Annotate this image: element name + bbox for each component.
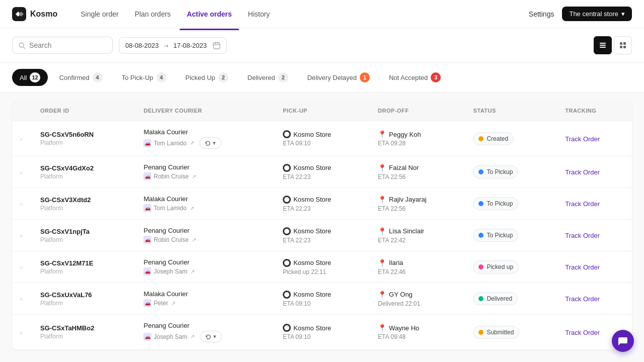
table-row: › SG-CSxV12M71E Platform Penang Courier … [12, 251, 632, 283]
status-label: To Pickup [487, 168, 513, 175]
courier-person: Joseph Sam [153, 333, 187, 340]
row-expand-cell[interactable]: › [12, 121, 32, 156]
order-id-cell: SG-CSxV1npjTa Platform [32, 220, 135, 251]
svg-rect-3 [213, 43, 220, 49]
row-expand-cell[interactable]: › [12, 283, 32, 315]
status-dot-icon [478, 169, 484, 174]
order-id-cell: SG-CSxV12M71E Platform [32, 251, 135, 283]
pickup-location: Kosmo Store [283, 227, 362, 235]
filter-confirmed-badge: 4 [93, 72, 103, 82]
brand-logo[interactable]: Kosmo [12, 7, 57, 21]
col-tracking: TRACKING [557, 101, 632, 121]
dropoff-location: 📍 Peggy Koh [378, 130, 457, 138]
search-box[interactable] [12, 37, 113, 54]
courier-external-link[interactable]: ↗ [192, 237, 196, 243]
order-id-cell: SG-CSxV4GdXo2 Platform [32, 156, 135, 188]
courier-external-link[interactable]: ↗ [190, 333, 195, 340]
filter-confirmed[interactable]: Confirmed 4 [52, 69, 110, 86]
nav-plan-orders[interactable]: Plan orders [128, 7, 178, 21]
pickup-cell: Kosmo Store ETA 09:10 [275, 121, 370, 156]
expand-icon[interactable]: › [20, 201, 22, 208]
store-selector[interactable]: The central store ▾ [562, 7, 632, 21]
track-order-link[interactable]: Track Order [565, 232, 600, 239]
expand-icon[interactable]: › [20, 232, 22, 239]
status-cell: Submitted [465, 315, 557, 350]
pickup-location: Kosmo Store [283, 130, 362, 138]
nav-history[interactable]: History [241, 7, 277, 21]
col-expand [12, 101, 32, 121]
order-type: Platform [40, 236, 127, 243]
nav-single-order[interactable]: Single order [73, 7, 126, 21]
track-order-link[interactable]: Track Order [565, 329, 600, 336]
courier-name: Malaka Courier [143, 290, 267, 298]
courier-external-link[interactable]: ↗ [192, 173, 196, 180]
status-badge: Picked up [473, 260, 519, 274]
nav-active-orders[interactable]: Active orders [180, 7, 238, 21]
filter-not-accepted[interactable]: Not Accepted 3 [381, 69, 448, 86]
nav-links: Single order Plan orders Active orders H… [73, 7, 529, 21]
dropoff-location: 📍 Faizal Nor [378, 164, 457, 172]
dropoff-cell: 📍 Lisa Sinclair ETA 22:42 [370, 220, 465, 251]
expand-icon[interactable]: › [20, 329, 22, 336]
filter-picked-up[interactable]: Picked Up 2 [178, 69, 236, 86]
track-order-link[interactable]: Track Order [565, 200, 600, 208]
expand-icon[interactable]: › [20, 296, 22, 303]
pickup-circle-icon [283, 259, 291, 267]
pickup-location: Kosmo Store [283, 164, 362, 172]
order-type: Platform [40, 139, 127, 146]
date-range[interactable]: 08-08-2023 → 17-08-2023 [119, 37, 227, 54]
courier-person: Joseph Sam [153, 268, 187, 275]
status-badge: Submitted [473, 326, 519, 339]
row-expand-cell[interactable]: › [12, 156, 32, 188]
courier-external-link[interactable]: ↗ [190, 205, 194, 212]
filter-to-pickup[interactable]: To Pick-Up 4 [114, 69, 174, 86]
chat-support-button[interactable] [612, 330, 634, 352]
row-expand-cell[interactable]: › [12, 315, 32, 350]
svg-rect-12 [620, 46, 622, 48]
pickup-eta: ETA 09:10 [283, 333, 362, 340]
dropoff-cell: 📍 Ilaria ETA 22:46 [370, 251, 465, 283]
row-expand-cell[interactable]: › [12, 220, 32, 251]
list-icon [599, 41, 607, 49]
filter-delayed[interactable]: Delivery Delayed 1 [300, 69, 377, 86]
table-row: › SG-CSxV5n6oRN Platform Malaka Courier … [12, 121, 632, 156]
courier-external-link[interactable]: ↗ [190, 268, 195, 275]
table-row: › SG-CSxUxVaL76 Platform Malaka Courier … [12, 283, 632, 315]
nav-right: Settings The central store ▾ [529, 7, 632, 21]
track-order-link[interactable]: Track Order [565, 295, 600, 303]
refresh-icon [205, 334, 211, 340]
courier-cell: Penang Courier 🚗 Joseph Sam ↗ [135, 251, 275, 283]
row-expand-cell[interactable]: › [12, 188, 32, 220]
courier-sub: 🚗 Robin Cruise ↗ [143, 172, 267, 180]
track-order-link[interactable]: Track Order [565, 168, 600, 176]
list-view-button[interactable] [594, 36, 612, 54]
expand-icon[interactable]: › [20, 169, 22, 176]
order-id: SG-CSxV5n6oRN [40, 131, 127, 138]
search-input[interactable] [29, 41, 106, 49]
pickup-cell: Kosmo Store ETA 22:23 [275, 220, 370, 251]
filter-all[interactable]: All 12 [12, 69, 48, 86]
courier-person-icon: 🚗 [143, 333, 151, 341]
row-expand-cell[interactable]: › [12, 251, 32, 283]
courier-external-link[interactable]: ↗ [171, 300, 176, 307]
dropoff-eta: ETA 09:48 [378, 333, 457, 340]
svg-rect-11 [623, 42, 626, 45]
track-order-link[interactable]: Track Order [565, 135, 600, 143]
grid-view-button[interactable] [614, 36, 632, 54]
courier-external-link[interactable]: ↗ [190, 140, 194, 146]
expand-icon[interactable]: › [20, 136, 22, 143]
pickup-circle-icon [283, 227, 291, 235]
tracking-cell: Track Order [557, 283, 632, 315]
reassign-button[interactable]: ▾ [199, 137, 221, 149]
reassign-button[interactable]: ▾ [200, 331, 222, 342]
expand-icon[interactable]: › [20, 264, 22, 271]
table-row: › SG-CSxV3Xdtd2 Platform Malaka Courier … [12, 188, 632, 220]
dropoff-eta: ETA 09:28 [378, 140, 457, 147]
filter-delivered[interactable]: Delivered 2 [240, 69, 296, 86]
tracking-cell: Track Order [557, 220, 632, 251]
toolbar: 08-08-2023 → 17-08-2023 [0, 28, 644, 63]
table-header-row: ORDER ID DELIVERY COURIER PICK-UP DROP-O… [12, 101, 632, 121]
courier-sub: 🚗 Tom Lamido ↗ ▾ [143, 137, 267, 149]
track-order-link[interactable]: Track Order [565, 263, 600, 271]
settings-button[interactable]: Settings [529, 10, 554, 18]
